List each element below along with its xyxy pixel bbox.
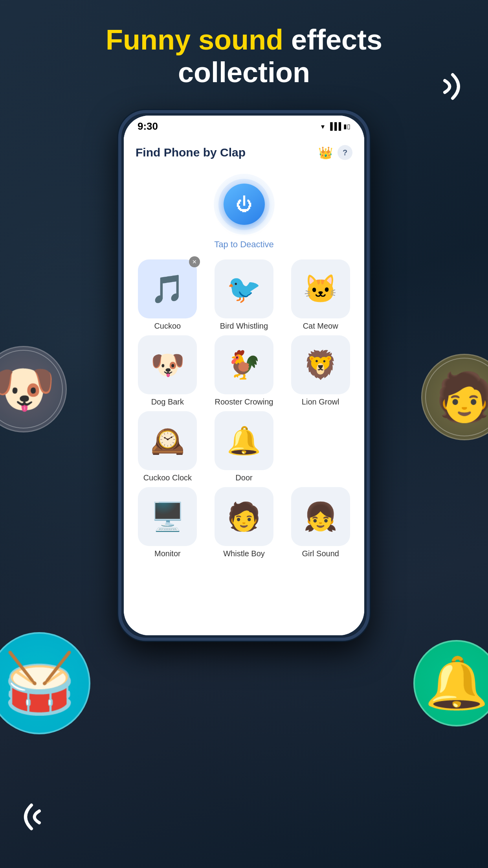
- float-person-ring: [425, 358, 488, 436]
- cuckoo-close-badge[interactable]: ✕: [189, 256, 200, 267]
- doorbell-label: Door: [235, 473, 252, 482]
- sound-thumb-cuckoo-clock: 🕰️: [138, 411, 197, 470]
- header-title: Funny sound effects collection: [0, 24, 488, 89]
- dog-label: Dog Bark: [151, 397, 184, 406]
- whistle-boy-emoji-icon: 🧑: [227, 500, 261, 533]
- app-content: Find Phone by Clap 👑 ? ⏻: [124, 137, 364, 635]
- status-icons: ▾ ▐▐▐ ▮▯: [321, 122, 350, 131]
- sound-item-cuckoo[interactable]: 🎵 ✕ Cuckoo: [132, 259, 204, 331]
- sound-thumb-bird-whistling: 🐦: [215, 259, 273, 318]
- sound-thumb-monitor: 🖥️: [138, 487, 197, 546]
- sound-thumb-rooster-crowing: 🐓: [215, 335, 273, 394]
- lion-growl-label: Lion Growl: [302, 397, 339, 406]
- cuckoo-label: Cuckoo: [154, 322, 181, 331]
- power-symbol-icon: ⏻: [236, 196, 252, 213]
- help-button[interactable]: ?: [338, 145, 352, 160]
- sound-thumb-doorbell: 🔔: [215, 411, 273, 470]
- cuckoo-clock-label: Cuckoo Clock: [143, 473, 192, 482]
- sound-thumb-dog: 🐶: [138, 335, 197, 394]
- sound-thumb-lion-growl: 🦁: [291, 335, 350, 394]
- status-time: 9:30: [138, 120, 158, 132]
- sound-item-extra: [284, 411, 356, 482]
- cat-emoji-icon: 🐱: [303, 273, 338, 305]
- sound-item-whistle-boy[interactable]: 🧑 Whistle Boy: [208, 487, 280, 558]
- sound-thumb-cuckoo: 🎵 ✕: [138, 259, 197, 318]
- sound-item-lion-growl[interactable]: 🦁 Lion Growl: [284, 335, 356, 406]
- bell-emoji-icon: 🔔: [227, 425, 261, 457]
- app-header: Find Phone by Clap 👑 ?: [124, 137, 364, 166]
- header-action-icons: 👑 ?: [318, 145, 352, 160]
- monitor-label: Monitor: [154, 549, 181, 558]
- header-collection-text: collection: [178, 57, 310, 88]
- bird-whistling-label: Bird Whistling: [220, 322, 268, 331]
- dog-emoji-icon: 🐶: [150, 349, 185, 381]
- power-section: ⏻ Tap to Deactive: [124, 166, 364, 256]
- sound-item-bird-whistling[interactable]: 🐦 Bird Whistling: [208, 259, 280, 331]
- clock-emoji-icon: 🕰️: [150, 425, 185, 457]
- rooster-crowing-label: Rooster Crowing: [215, 397, 273, 406]
- whistle-boy-label: Whistle Boy: [223, 549, 265, 558]
- status-bar: 9:30 ▾ ▐▐▐ ▮▯: [124, 116, 364, 137]
- sound-item-rooster-crowing[interactable]: 🐓 Rooster Crowing: [208, 335, 280, 406]
- sound-item-cuckoo-clock[interactable]: 🕰️ Cuckoo Clock: [132, 411, 204, 482]
- header-section: Funny sound effects collection: [0, 24, 488, 89]
- lion-emoji-icon: 🦁: [303, 349, 338, 381]
- cat-meow-label: Cat Meow: [303, 322, 338, 331]
- sound-item-monitor[interactable]: 🖥️ Monitor: [132, 487, 204, 558]
- power-button-outer: ⏻: [214, 174, 275, 235]
- sound-item-girl[interactable]: 👧 Girl Sound: [284, 487, 356, 558]
- float-bell-emoji: 🔔: [425, 653, 488, 713]
- sound-item-dog[interactable]: 🐶 Dog Bark: [132, 335, 204, 406]
- girl-emoji-icon: 👧: [303, 500, 338, 533]
- float-drum-emoji: 🥁: [3, 649, 76, 718]
- sound-waves-top-right: [421, 67, 468, 114]
- bird-emoji-icon: 🐦: [227, 273, 261, 305]
- app-title: Find Phone by Clap: [136, 146, 246, 159]
- sound-grid: 🎵 ✕ Cuckoo 🐦 Bird Whistling: [124, 256, 364, 562]
- phone-screen: 9:30 ▾ ▐▐▐ ▮▯ Find Phone by Clap 👑 ?: [124, 116, 364, 635]
- rooster-emoji-icon: 🐓: [227, 349, 261, 381]
- header-yellow-text: Funny sound: [106, 24, 283, 55]
- signal-bars-icon: ▐▐▐: [328, 122, 340, 131]
- sound-thumb-whistle-boy: 🧑: [215, 487, 273, 546]
- power-button[interactable]: ⏻: [224, 184, 265, 225]
- sound-thumb-cat-meow: 🐱: [291, 259, 350, 318]
- cuckoo-emoji-icon: 🎵: [150, 273, 185, 305]
- girl-sound-label: Girl Sound: [302, 549, 339, 558]
- power-label[interactable]: Tap to Deactive: [214, 239, 274, 250]
- battery-icon: ▮▯: [343, 123, 350, 130]
- monitor-emoji-icon: 🖥️: [150, 500, 185, 533]
- sound-item-doorbell[interactable]: 🔔 Door: [208, 411, 280, 482]
- sound-item-cat-meow[interactable]: 🐱 Cat Meow: [284, 259, 356, 331]
- sound-thumb-girl: 👧: [291, 487, 350, 546]
- phone-wrapper: 9:30 ▾ ▐▐▐ ▮▯ Find Phone by Clap 👑 ?: [118, 110, 370, 641]
- wifi-icon: ▾: [321, 122, 325, 131]
- phone-frame: 9:30 ▾ ▐▐▐ ▮▯ Find Phone by Clap 👑 ?: [118, 110, 370, 641]
- power-button-mid: ⏻: [218, 179, 270, 230]
- crown-icon[interactable]: 👑: [318, 146, 333, 160]
- sound-waves-bottom-left: [16, 789, 63, 837]
- header-effects-text: effects: [283, 24, 382, 55]
